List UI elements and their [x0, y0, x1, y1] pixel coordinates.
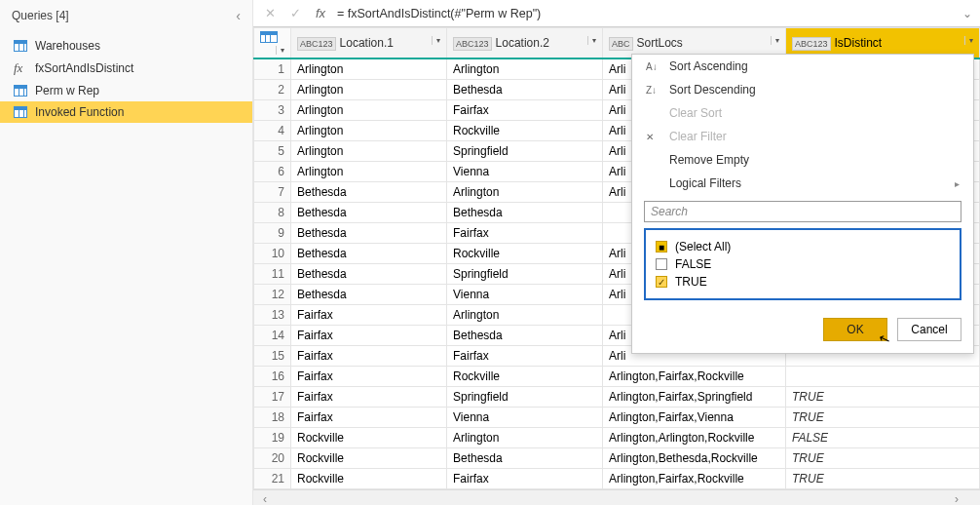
cell-location1[interactable]: Bethesda — [291, 264, 447, 285]
row-number: 11 — [254, 264, 291, 285]
cell-location2[interactable]: Arlington — [447, 428, 603, 448]
cell-location2[interactable]: Fairfax — [447, 346, 603, 367]
scroll-right-icon[interactable]: › — [955, 492, 959, 506]
cell-isdistinct[interactable]: FALSE — [786, 428, 980, 448]
checkbox-mixed-icon: ■ — [656, 241, 667, 252]
table-row[interactable]: 20RockvilleBethesdaArlington,Bethesda,Ro… — [254, 448, 980, 469]
cell-sortlocs[interactable]: Arlington,Bethesda,Rockville — [603, 448, 786, 469]
cell-location2[interactable]: Bethesda — [447, 326, 603, 346]
cell-location1[interactable]: Arlington — [291, 80, 447, 100]
cell-location1[interactable]: Arlington — [291, 121, 447, 141]
cell-location2[interactable]: Rockville — [447, 121, 603, 141]
cell-location2[interactable]: Springfield — [447, 264, 603, 285]
filter-option-false[interactable]: FALSE — [656, 255, 950, 273]
type-icon: ABC123 — [792, 37, 831, 51]
cell-location1[interactable]: Arlington — [291, 141, 447, 162]
table-row[interactable]: 21RockvilleFairfaxArlington,Fairfax,Rock… — [254, 469, 980, 489]
cell-location1[interactable]: Fairfax — [291, 346, 447, 367]
table-row[interactable]: 16FairfaxRockvilleArlington,Fairfax,Rock… — [254, 367, 980, 387]
clear-filter: ✕Clear Filter — [632, 125, 973, 148]
cell-location1[interactable]: Fairfax — [291, 408, 447, 428]
fx-label: fx — [312, 5, 329, 22]
cell-isdistinct[interactable]: TRUE — [786, 469, 980, 489]
dropdown-icon[interactable]: ▾ — [771, 36, 779, 45]
cell-location1[interactable]: Rockville — [291, 448, 447, 469]
query-item-invoked-function[interactable]: Invoked Function — [0, 101, 252, 123]
cell-isdistinct[interactable]: TRUE — [786, 448, 980, 469]
query-item-fxsortandisdistinct[interactable]: fx fxSortAndIsDistinct — [0, 57, 252, 80]
query-item-perm-w-rep[interactable]: Perm w Rep — [0, 80, 252, 101]
cell-location1[interactable]: Arlington — [291, 162, 447, 182]
filter-search-input[interactable]: Search — [644, 201, 961, 222]
sort-descending[interactable]: Z↓Sort Descending — [632, 78, 973, 101]
column-header-location2[interactable]: ABC123Location.2▾ — [447, 28, 603, 59]
expand-formula-icon[interactable]: ⌄ — [962, 7, 972, 20]
cell-location1[interactable]: Rockville — [291, 428, 447, 448]
cell-location2[interactable]: Fairfax — [447, 223, 603, 244]
horizontal-scrollbar[interactable]: ‹› — [253, 489, 980, 505]
cell-location1[interactable]: Bethesda — [291, 182, 447, 203]
cell-location1[interactable]: Bethesda — [291, 244, 447, 264]
cell-location2[interactable]: Rockville — [447, 244, 603, 264]
cell-location2[interactable]: Rockville — [447, 367, 603, 387]
cell-location2[interactable]: Fairfax — [447, 100, 603, 121]
table-row[interactable]: 18FairfaxViennaArlington,Fairfax,ViennaT… — [254, 408, 980, 428]
collapse-panel-icon[interactable]: ‹ — [236, 8, 241, 23]
cell-location2[interactable]: Fairfax — [447, 469, 603, 489]
cell-location2[interactable]: Springfield — [447, 141, 603, 162]
dropdown-icon[interactable]: ▾ — [587, 36, 596, 45]
cell-location2[interactable]: Bethesda — [447, 203, 603, 223]
cell-sortlocs[interactable]: Arlington,Fairfax,Springfield — [603, 387, 786, 408]
formula-input[interactable] — [337, 3, 955, 24]
cell-location2[interactable]: Vienna — [447, 285, 603, 305]
cancel-button[interactable]: Cancel — [897, 318, 961, 341]
scroll-left-icon[interactable]: ‹ — [263, 492, 267, 506]
cell-location1[interactable]: Arlington — [291, 58, 447, 80]
row-menu-dropdown-icon[interactable]: ▾ — [276, 46, 284, 55]
cell-location2[interactable]: Arlington — [447, 58, 603, 80]
ok-button[interactable]: OK↖ — [823, 318, 887, 341]
cell-location2[interactable]: Arlington — [447, 182, 603, 203]
cell-location2[interactable]: Vienna — [447, 408, 603, 428]
cell-location1[interactable]: Bethesda — [291, 223, 447, 244]
remove-empty[interactable]: Remove Empty — [632, 148, 973, 172]
main-area: ✕ ✓ fx ⌄ ▾ ABC123Location.1▾ ABC123Locat… — [253, 0, 980, 505]
cell-isdistinct[interactable]: TRUE — [786, 387, 980, 408]
cell-location2[interactable]: Vienna — [447, 162, 603, 182]
column-header-location1[interactable]: ABC123Location.1▾ — [291, 28, 447, 59]
row-number: 19 — [254, 428, 291, 448]
dropdown-icon[interactable]: ▾ — [432, 36, 440, 45]
logical-filters[interactable]: Logical Filters▸ — [632, 172, 973, 195]
row-number: 7 — [254, 182, 291, 203]
dropdown-icon[interactable]: ▾ — [964, 36, 973, 45]
cell-sortlocs[interactable]: Arlington,Fairfax,Rockville — [603, 367, 786, 387]
cell-location1[interactable]: Bethesda — [291, 285, 447, 305]
sort-ascending[interactable]: A↓Sort Ascending — [632, 55, 973, 78]
cancel-formula-icon[interactable]: ✕ — [261, 5, 279, 22]
row-number: 15 — [254, 346, 291, 367]
cell-location2[interactable]: Springfield — [447, 387, 603, 408]
cell-sortlocs[interactable]: Arlington,Arlington,Rockville — [603, 428, 786, 448]
table-row[interactable]: 19RockvilleArlingtonArlington,Arlington,… — [254, 428, 980, 448]
cell-location2[interactable]: Bethesda — [447, 448, 603, 469]
cell-location1[interactable]: Fairfax — [291, 305, 447, 326]
cell-location2[interactable]: Arlington — [447, 305, 603, 326]
table-row[interactable]: 17FairfaxSpringfieldArlington,Fairfax,Sp… — [254, 387, 980, 408]
filter-option-true[interactable]: ✓TRUE — [656, 273, 950, 291]
cell-location1[interactable]: Rockville — [291, 469, 447, 489]
cell-sortlocs[interactable]: Arlington,Fairfax,Rockville — [603, 469, 786, 489]
cell-location2[interactable]: Bethesda — [447, 80, 603, 100]
filter-option-select-all[interactable]: ■(Select All) — [656, 238, 950, 255]
cell-sortlocs[interactable]: Arlington,Fairfax,Vienna — [603, 408, 786, 428]
cell-location1[interactable]: Fairfax — [291, 367, 447, 387]
cell-isdistinct[interactable]: TRUE — [786, 408, 980, 428]
accept-formula-icon[interactable]: ✓ — [286, 5, 304, 22]
cell-location1[interactable]: Fairfax — [291, 326, 447, 346]
cell-location1[interactable]: Fairfax — [291, 387, 447, 408]
row-number: 13 — [254, 305, 291, 326]
table-menu-icon[interactable] — [260, 31, 278, 43]
cell-location1[interactable]: Arlington — [291, 100, 447, 121]
cell-location1[interactable]: Bethesda — [291, 203, 447, 223]
cell-isdistinct[interactable] — [786, 367, 980, 387]
query-item-warehouses[interactable]: Warehouses — [0, 35, 252, 57]
